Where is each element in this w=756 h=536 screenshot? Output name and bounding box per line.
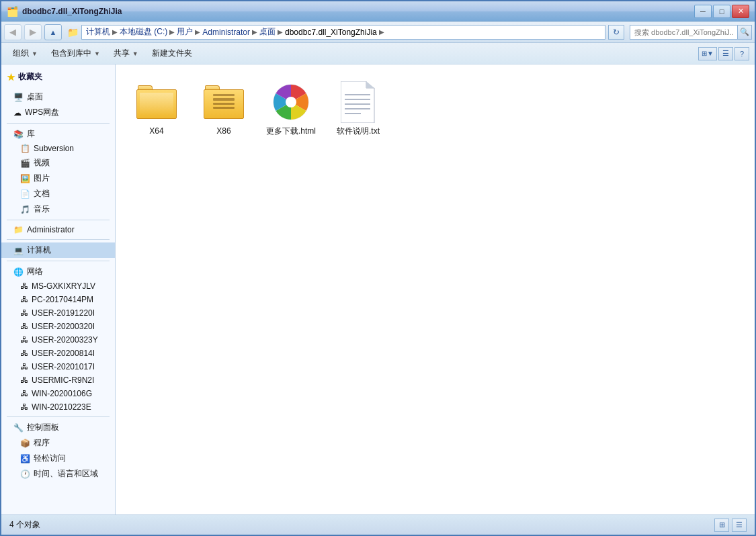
sidebar-item-library[interactable]: 📚 库 — [1, 126, 115, 142]
wps-icon: ☁ — [13, 108, 22, 118]
file-item-txt[interactable]: 软件说明.txt — [328, 75, 388, 142]
pc-icon-5: 🖧 — [20, 335, 28, 345]
status-bar: 4 个对象 ⊞ ☰ — [1, 515, 755, 535]
file-name-html: 更多下载.html — [266, 126, 316, 137]
title-bar-left: 🗂️ dbodbc7.dll_XiTongZhiJia — [7, 6, 122, 17]
back-button[interactable]: ◀ — [4, 24, 22, 40]
pc-icon-7: 🖧 — [20, 362, 28, 371]
search-input[interactable] — [630, 25, 737, 40]
doc-icon: 📄 — [20, 189, 30, 199]
sidebar-item-wps[interactable]: ☁ WPS网盘 — [1, 105, 115, 120]
file-item-x64[interactable]: X64 — [126, 75, 187, 142]
desktop-icon: 🖥️ — [13, 93, 24, 102]
sidebar-item-doc[interactable]: 📄 文档 — [1, 186, 115, 202]
subversion-icon: 📋 — [20, 144, 30, 153]
close-button[interactable]: ✕ — [732, 5, 749, 18]
breadcrumb-current[interactable]: dbodbc7.dll_XiTongZhiJia — [285, 28, 377, 37]
sidebar-divider-5 — [7, 416, 110, 417]
help-button[interactable]: ? — [734, 47, 749, 60]
window-title: dbodbc7.dll_XiTongZhiJia — [22, 7, 122, 16]
network-icon: 🌐 — [13, 267, 24, 277]
up-button[interactable]: ▲ — [44, 24, 62, 40]
sidebar-item-image[interactable]: 🖼️ 图片 — [1, 171, 115, 186]
view-button-2[interactable]: ☰ — [718, 47, 733, 60]
sidebar-item-computer[interactable]: 💻 计算机 — [1, 242, 115, 258]
sidebar-item-network[interactable]: 🌐 网络 — [1, 264, 115, 279]
window-icon: 🗂️ — [7, 6, 18, 17]
view-mode-button-2[interactable]: ☰ — [732, 519, 747, 532]
stripe-1 — [213, 94, 235, 96]
breadcrumb-sep-5: ▶ — [278, 28, 283, 36]
sidebar-item-network-2[interactable]: 🖧 PC-20170414PM — [1, 293, 115, 306]
breadcrumb-admin[interactable]: Administrator — [202, 28, 250, 37]
sidebar-divider-1 — [7, 123, 110, 124]
sidebar-item-network-3[interactable]: 🖧 USER-20191220I — [1, 306, 115, 320]
sidebar-item-video[interactable]: 🎬 视频 — [1, 155, 115, 171]
sidebar-item-network-6[interactable]: 🖧 USER-20200814I — [1, 347, 115, 360]
main-area: ★ 收藏夹 🖥️ 桌面 ☁ WPS网盘 📚 库 📋 Subversion 🎬 — [1, 64, 755, 515]
pc-icon-8: 🖧 — [20, 375, 28, 385]
sidebar-item-control-panel[interactable]: 🔧 控制面板 — [1, 420, 115, 435]
breadcrumb-drive[interactable]: 本地磁盘 (C:) — [120, 26, 167, 38]
search-button[interactable]: 🔍 — [737, 25, 752, 40]
file-item-html[interactable]: 更多下载.html — [261, 75, 321, 142]
toolbar: 组织 ▼ 包含到库中 ▼ 共享 ▼ 新建文件夹 ⊞▼ ☰ ? — [1, 43, 755, 64]
pc-icon-1: 🖧 — [20, 281, 28, 291]
address-bar[interactable]: 计算机 ▶ 本地磁盘 (C:) ▶ 用户 ▶ Administrator ▶ 桌… — [81, 25, 605, 40]
sidebar-favorites-header: ★ 收藏夹 — [1, 69, 115, 85]
txt-svg — [341, 81, 376, 123]
sidebar-item-network-9[interactable]: 🖧 WIN-20200106G — [1, 387, 115, 400]
breadcrumb-desktop[interactable]: 桌面 — [259, 26, 276, 38]
sidebar-divider-4 — [7, 261, 110, 261]
folder-icon-x64 — [136, 85, 177, 119]
content-area: X64 — [116, 64, 755, 515]
stripe-2 — [213, 98, 235, 100]
breadcrumb-computer[interactable]: 计算机 — [86, 26, 110, 38]
breadcrumb-sep-4: ▶ — [252, 28, 257, 36]
sidebar-item-network-8[interactable]: 🖧 USERMIC-R9N2I — [1, 373, 115, 387]
file-item-x86[interactable]: X86 — [194, 75, 254, 142]
view-button-1[interactable]: ⊞▼ — [698, 47, 717, 60]
stripe-4 — [213, 107, 235, 109]
admin-icon: 📁 — [13, 225, 24, 234]
breadcrumb: 计算机 ▶ 本地磁盘 (C:) ▶ 用户 ▶ Administrator ▶ 桌… — [86, 26, 386, 38]
sidebar-item-more[interactable]: 🕐 时间、语言和区域 — [1, 466, 115, 482]
new-folder-button[interactable]: 新建文件夹 — [146, 46, 198, 62]
file-name-txt: 软件说明.txt — [337, 126, 380, 137]
forward-button[interactable]: ▶ — [24, 24, 42, 40]
sidebar: ★ 收藏夹 🖥️ 桌面 ☁ WPS网盘 📚 库 📋 Subversion 🎬 — [1, 64, 116, 515]
sidebar-item-music[interactable]: 🎵 音乐 — [1, 202, 115, 217]
more-icon: 🕐 — [20, 470, 30, 479]
breadcrumb-users[interactable]: 用户 — [177, 26, 193, 38]
search-bar: 🔍 — [630, 25, 752, 40]
music-icon: 🎵 — [20, 205, 30, 214]
sidebar-item-subversion[interactable]: 📋 Subversion — [1, 142, 115, 155]
title-bar-buttons: ─ □ ✕ — [694, 5, 749, 18]
sidebar-item-network-10[interactable]: 🖧 WIN-20210223E — [1, 400, 115, 414]
sidebar-item-administrator[interactable]: 📁 Administrator — [1, 223, 115, 236]
organize-button[interactable]: 组织 ▼ — [7, 46, 44, 62]
sidebar-item-network-4[interactable]: 🖧 USER-20200320I — [1, 320, 115, 333]
address-folder-icon: 📁 — [67, 27, 79, 38]
pc-icon-6: 🖧 — [20, 349, 28, 358]
view-mode-button-1[interactable]: ⊞ — [714, 519, 729, 532]
include-library-button[interactable]: 包含到库中 ▼ — [45, 46, 106, 62]
svg-point-1 — [286, 97, 296, 107]
video-icon: 🎬 — [20, 159, 30, 168]
pc-icon-2: 🖧 — [20, 295, 28, 304]
sidebar-item-desktop[interactable]: 🖥️ 桌面 — [1, 89, 115, 105]
sidebar-item-program[interactable]: 📦 程序 — [1, 435, 115, 451]
refresh-button[interactable]: ↻ — [608, 25, 624, 40]
maximize-button[interactable]: □ — [713, 5, 730, 18]
folder-body-x64 — [136, 89, 177, 119]
sidebar-item-network-7[interactable]: 🖧 USER-20201017I — [1, 360, 115, 373]
minimize-button[interactable]: ─ — [694, 5, 712, 18]
share-button[interactable]: 共享 ▼ — [108, 46, 144, 62]
star-icon: ★ — [7, 72, 15, 83]
sidebar-item-network-5[interactable]: 🖧 USER-20200323Y — [1, 333, 115, 347]
sidebar-divider-2 — [7, 220, 110, 220]
sidebar-item-accessibility[interactable]: ♿ 轻松访问 — [1, 451, 115, 466]
sidebar-item-network-1[interactable]: 🖧 MS-GXKIXRYJLV — [1, 279, 115, 293]
navigation-bar: ◀ ▶ ▲ 📁 计算机 ▶ 本地磁盘 (C:) ▶ 用户 ▶ Administr… — [1, 21, 755, 43]
sidebar-favorites-section: ★ 收藏夹 — [1, 64, 115, 89]
